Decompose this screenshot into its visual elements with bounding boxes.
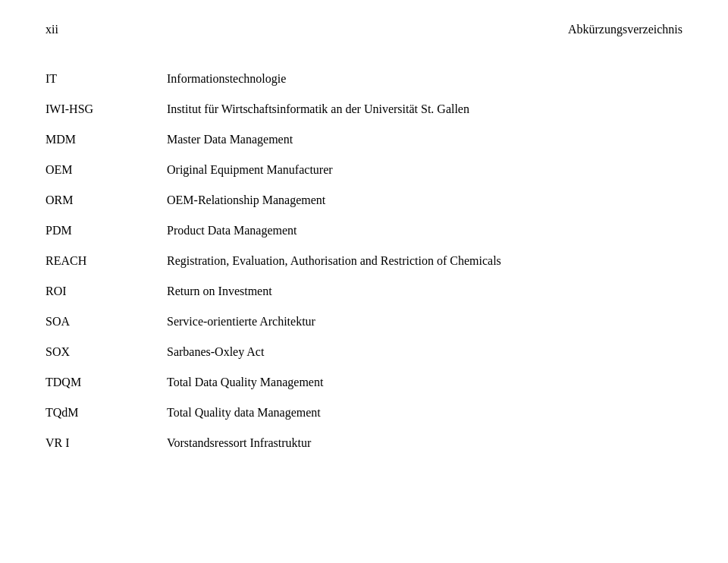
abbreviation-cell: VR I: [46, 428, 167, 458]
definition-cell: Master Data Management: [167, 124, 682, 155]
definition-cell: Original Equipment Manufacturer: [167, 155, 682, 185]
abbreviation-cell: REACH: [46, 246, 167, 276]
abbreviation-cell: PDM: [46, 215, 167, 246]
definition-cell: Vorstandsressort Infrastruktur: [167, 428, 682, 458]
definition-cell: Institut für Wirtschaftsinformatik an de…: [167, 94, 682, 124]
definition-cell: Sarbanes-Oxley Act: [167, 337, 682, 367]
table-row: ITInformationstechnologie: [46, 64, 682, 94]
definition-cell: Informationstechnologie: [167, 64, 682, 94]
definition-cell: Total Quality data Management: [167, 398, 682, 428]
table-row: SOXSarbanes-Oxley Act: [46, 337, 682, 367]
definition-cell: Return on Investment: [167, 276, 682, 307]
abbreviation-cell: SOX: [46, 337, 167, 367]
table-row: TDQMTotal Data Quality Management: [46, 367, 682, 398]
page-header: xii Abkürzungsverzeichnis: [46, 23, 682, 36]
table-row: MDMMaster Data Management: [46, 124, 682, 155]
definition-cell: Registration, Evaluation, Authorisation …: [167, 246, 682, 276]
definition-cell: Total Data Quality Management: [167, 367, 682, 398]
definition-cell: OEM-Relationship Management: [167, 185, 682, 215]
abbreviation-cell: OEM: [46, 155, 167, 185]
table-row: OEMOriginal Equipment Manufacturer: [46, 155, 682, 185]
definition-cell: Product Data Management: [167, 215, 682, 246]
abbreviation-cell: TQdM: [46, 398, 167, 428]
table-row: PDMProduct Data Management: [46, 215, 682, 246]
table-row: REACHRegistration, Evaluation, Authorisa…: [46, 246, 682, 276]
abbreviation-cell: ROI: [46, 276, 167, 307]
table-row: VR IVorstandsressort Infrastruktur: [46, 428, 682, 458]
abbreviation-cell: IWI-HSG: [46, 94, 167, 124]
page-title-right: Abkürzungsverzeichnis: [568, 23, 682, 36]
abbreviation-cell: TDQM: [46, 367, 167, 398]
definition-cell: Service-orientierte Architektur: [167, 307, 682, 337]
abbreviation-cell: SOA: [46, 307, 167, 337]
table-row: IWI-HSGInstitut für Wirtschaftsinformati…: [46, 94, 682, 124]
table-row: TQdMTotal Quality data Management: [46, 398, 682, 428]
abbreviation-cell: ORM: [46, 185, 167, 215]
page-number-left: xii: [46, 23, 58, 36]
table-row: ROIReturn on Investment: [46, 276, 682, 307]
abbreviation-cell: IT: [46, 64, 167, 94]
abbreviation-table: ITInformationstechnologieIWI-HSGInstitut…: [46, 64, 682, 458]
table-row: SOAService-orientierte Architektur: [46, 307, 682, 337]
table-row: ORMOEM-Relationship Management: [46, 185, 682, 215]
abbreviation-cell: MDM: [46, 124, 167, 155]
